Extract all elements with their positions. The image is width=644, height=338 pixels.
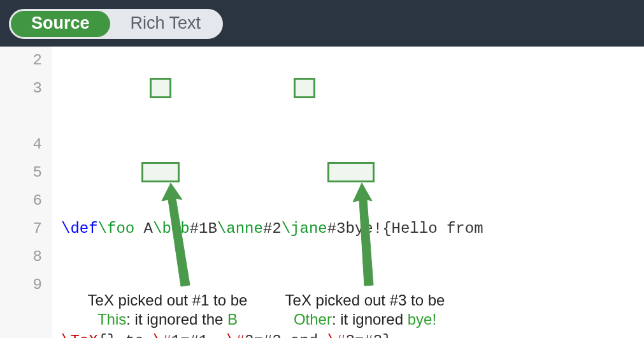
line-number: 7 <box>0 215 42 243</box>
tab-richtext[interactable]: Rich Text <box>110 11 222 37</box>
tex-escape: \# <box>226 332 245 338</box>
line-number: 6 <box>0 187 42 215</box>
line-number: 9 <box>0 271 42 299</box>
line-number: 2 <box>0 47 42 75</box>
highlight-box <box>141 162 180 182</box>
line-number: 3 <box>0 75 42 103</box>
code-editor[interactable]: 2 3 4 5 6 7 8 9 \def\foo A\bob#1B\anne#2… <box>0 47 644 338</box>
code-text: 1=#1, <box>171 332 226 338</box>
code-text: {} to <box>98 332 153 338</box>
code-text: 3=#3} <box>346 332 392 338</box>
tex-param: #2 <box>263 220 282 237</box>
code-line <box>61 103 644 131</box>
tex-macro: \anne <box>217 220 263 237</box>
tab-source[interactable]: Source <box>11 11 110 37</box>
tex-macro: \bob <box>153 220 190 237</box>
tex-macro: \jane <box>282 220 327 237</box>
line-number-gutter: 2 3 4 5 6 7 8 9 <box>0 47 52 338</box>
line-number <box>0 103 42 131</box>
code-text: 2=#2 and <box>245 332 327 338</box>
tex-param: #1 <box>190 220 208 237</box>
line-number: 4 <box>0 131 42 159</box>
code-text: B <box>208 220 217 237</box>
highlight-box <box>327 162 375 182</box>
code-line: \TeX{} to \#1=#1, \#2=#2 and \#3=#3} <box>61 327 644 338</box>
code-line: \def\foo A\bob#1B\anne#2\jane#3bye!{Hell… <box>61 215 644 243</box>
tex-escape: \# <box>153 332 171 338</box>
tex-macro: \foo <box>98 220 135 237</box>
tex-cs: \TeX <box>61 332 98 338</box>
line-number: 5 <box>0 159 42 187</box>
tex-param: #3 <box>327 220 346 237</box>
view-mode-tabs: Source Rich Text <box>9 9 223 39</box>
code-text: bye!{Hello from <box>346 220 483 237</box>
highlight-box <box>294 78 315 98</box>
tex-escape: \# <box>327 332 346 338</box>
highlight-box <box>150 78 171 98</box>
line-number: 8 <box>0 243 42 271</box>
tex-keyword: \def <box>61 220 98 237</box>
code-area[interactable]: \def\foo A\bob#1B\anne#2\jane#3bye!{Hell… <box>52 47 644 338</box>
editor-topbar: Source Rich Text <box>0 0 644 47</box>
code-text: A <box>134 220 153 237</box>
